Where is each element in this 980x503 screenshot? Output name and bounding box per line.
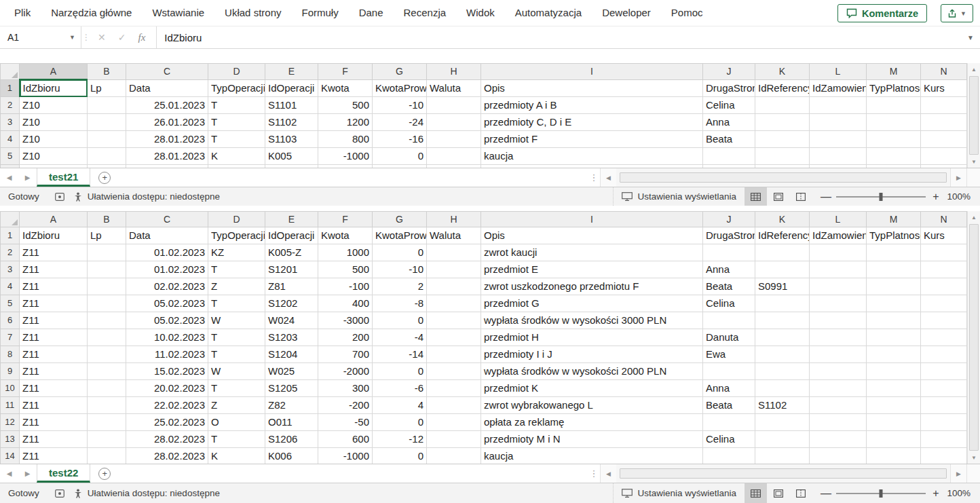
- cell-J11[interactable]: Beata: [703, 397, 755, 414]
- cell-J1[interactable]: DrugaStrona: [703, 227, 755, 244]
- cell-G3[interactable]: -24: [373, 114, 427, 131]
- cell-C12[interactable]: 25.02.2023: [126, 414, 208, 431]
- column-header-B[interactable]: B: [88, 212, 126, 227]
- cell-L12[interactable]: [810, 414, 867, 431]
- cell-C9[interactable]: 15.02.2023: [126, 363, 208, 380]
- cell-N4[interactable]: [921, 131, 967, 148]
- cell-G2[interactable]: 0: [373, 244, 427, 261]
- horizontal-scrollbar-1[interactable]: ◀ ▶: [600, 168, 966, 187]
- column-header-K[interactable]: K: [755, 212, 810, 227]
- cell-N5[interactable]: [921, 295, 967, 312]
- column-header-M[interactable]: M: [867, 64, 921, 80]
- column-header-K[interactable]: K: [755, 64, 810, 80]
- cell-D5[interactable]: T: [208, 295, 265, 312]
- column-header-F[interactable]: F: [318, 212, 373, 227]
- cell-K4[interactable]: [755, 131, 810, 148]
- cell-G14[interactable]: 0: [373, 448, 427, 464]
- page-break-view-button[interactable]: [789, 483, 812, 503]
- cell-H10[interactable]: [427, 380, 481, 397]
- cell-G8[interactable]: -14: [373, 346, 427, 363]
- row-header-1[interactable]: 1: [1, 79, 20, 97]
- scroll-left-icon[interactable]: ◀: [600, 464, 616, 483]
- cell-J12[interactable]: [703, 414, 755, 431]
- row-header-3[interactable]: 3: [1, 114, 20, 131]
- cell-C14[interactable]: 28.02.2023: [126, 448, 208, 464]
- cell-K3[interactable]: [755, 114, 810, 131]
- column-header-H[interactable]: H: [427, 64, 481, 80]
- cell-E3[interactable]: S1102: [265, 114, 318, 131]
- cell-A2[interactable]: Z11: [20, 244, 88, 261]
- cell-H14[interactable]: [427, 448, 481, 464]
- column-header-J[interactable]: J: [703, 212, 755, 227]
- cell-M1[interactable]: TypPlatnosci: [867, 79, 921, 97]
- formula-bar-splitter[interactable]: ⋮: [81, 26, 91, 48]
- cell-H3[interactable]: [427, 261, 481, 278]
- cell-J6[interactable]: [703, 312, 755, 329]
- cell-M12[interactable]: [867, 414, 921, 431]
- cell-D13[interactable]: T: [208, 431, 265, 448]
- column-header-N[interactable]: N: [921, 64, 967, 80]
- cell-A6[interactable]: [20, 165, 88, 168]
- cell-I3[interactable]: przedmiot E: [481, 261, 703, 278]
- cell-B6[interactable]: [88, 165, 126, 168]
- cell-B4[interactable]: [88, 278, 126, 295]
- row-header-5[interactable]: 5: [1, 148, 20, 165]
- cell-K5[interactable]: [755, 148, 810, 165]
- cell-M9[interactable]: [867, 363, 921, 380]
- column-header-N[interactable]: N: [921, 212, 967, 227]
- cell-J6[interactable]: [703, 165, 755, 168]
- horizontal-scroll-track[interactable]: [616, 464, 950, 483]
- cell-A2[interactable]: Z10: [20, 97, 88, 114]
- ribbon-tab-plik[interactable]: Plik: [4, 0, 41, 26]
- cell-E14[interactable]: K006: [265, 448, 318, 464]
- cell-H5[interactable]: [427, 295, 481, 312]
- sheet-nav-right-icon[interactable]: ▶: [18, 464, 37, 483]
- display-settings[interactable]: Ustawienia wyświetlania: [613, 483, 745, 503]
- cell-K10[interactable]: [755, 380, 810, 397]
- cell-F10[interactable]: 300: [318, 380, 373, 397]
- confirm-entry-icon[interactable]: ✓: [118, 32, 126, 43]
- vertical-scrollbar-1[interactable]: ▲ ▼: [967, 63, 980, 168]
- cell-C11[interactable]: 22.02.2023: [126, 397, 208, 414]
- vertical-scroll-thumb[interactable]: [969, 76, 979, 155]
- cell-I10[interactable]: przedmiot K: [481, 380, 703, 397]
- cell-L13[interactable]: [810, 431, 867, 448]
- ribbon-tab-narzędzia-główne[interactable]: Narzędzia główne: [41, 0, 142, 26]
- cell-B5[interactable]: [88, 295, 126, 312]
- cell-E7[interactable]: S1203: [265, 329, 318, 346]
- cell-H5[interactable]: [427, 148, 481, 165]
- cell-L4[interactable]: [810, 131, 867, 148]
- cell-D9[interactable]: W: [208, 363, 265, 380]
- cell-K4[interactable]: S0991: [755, 278, 810, 295]
- cell-K2[interactable]: [755, 97, 810, 114]
- cell-J4[interactable]: Beata: [703, 278, 755, 295]
- cell-B1[interactable]: Lp: [88, 227, 126, 244]
- cell-N3[interactable]: [921, 261, 967, 278]
- row-header-8[interactable]: 8: [1, 346, 20, 363]
- cell-B4[interactable]: [88, 131, 126, 148]
- cell-M5[interactable]: [867, 295, 921, 312]
- cell-D14[interactable]: K: [208, 448, 265, 464]
- cell-G5[interactable]: -8: [373, 295, 427, 312]
- cell-B13[interactable]: [88, 431, 126, 448]
- cell-L11[interactable]: [810, 397, 867, 414]
- cell-K13[interactable]: [755, 431, 810, 448]
- cell-F7[interactable]: 200: [318, 329, 373, 346]
- row-header-6[interactable]: 6: [1, 312, 20, 329]
- cell-K6[interactable]: [755, 165, 810, 168]
- cancel-entry-icon[interactable]: ✕: [98, 32, 106, 43]
- cell-G12[interactable]: 0: [373, 414, 427, 431]
- column-header-D[interactable]: D: [208, 212, 265, 227]
- cell-N13[interactable]: [921, 431, 967, 448]
- scroll-right-icon[interactable]: ▶: [950, 464, 966, 483]
- normal-view-button[interactable]: [745, 483, 767, 503]
- cell-H6[interactable]: [427, 312, 481, 329]
- cell-I2[interactable]: zwrot kaucji: [481, 244, 703, 261]
- cell-K7[interactable]: [755, 329, 810, 346]
- cell-K1[interactable]: IdReferencyjny: [755, 227, 810, 244]
- sheet-nav-right-icon[interactable]: ▶: [18, 168, 37, 187]
- cell-G1[interactable]: KwotaProwizji: [373, 227, 427, 244]
- row-header-6[interactable]: 6: [1, 165, 20, 168]
- cell-I8[interactable]: przedmioty I i J: [481, 346, 703, 363]
- horizontal-scroll-thumb[interactable]: [620, 468, 947, 479]
